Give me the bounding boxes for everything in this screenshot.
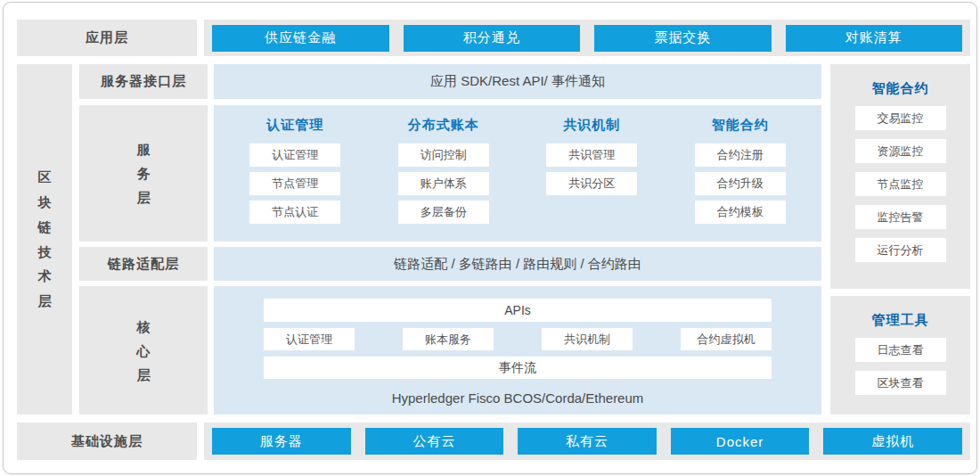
app-button-bill-exchange: 票据交换	[594, 25, 772, 52]
service-group-title: 分布式账本	[408, 117, 479, 134]
blockchain-tech-layer-label: 区块链技术层	[17, 64, 72, 414]
app-button-supply-chain-finance: 供应链金融	[212, 25, 389, 52]
service-group-ledger: 分布式账本 访问控制 账户体系 多层备份	[370, 117, 519, 242]
adapter-layer-content: 链路适配 / 多链路由 / 路由规则 / 合约路由	[214, 247, 821, 281]
service-group-auth: 认证管理 认证管理 节点管理 节点认证	[221, 117, 370, 242]
service-layer-label: 服务层	[79, 105, 208, 242]
infrastructure-layer-label: 基础设施层	[17, 423, 197, 460]
infra-button-private-cloud: 私有云	[518, 428, 657, 455]
service-item: 账户体系	[398, 172, 489, 195]
infra-button-server: 服务器	[212, 428, 351, 455]
management-tools-panel: 管理工具 日志查看 区块查看	[830, 296, 970, 414]
core-module: 认证管理	[264, 328, 355, 350]
service-item: 共识管理	[546, 144, 637, 167]
service-layer-panel: 认证管理 认证管理 节点管理 节点认证 分布式账本 访问控制 账户体系 多层备份…	[214, 105, 821, 242]
service-group-title: 认证管理	[266, 117, 323, 134]
app-button-points-exchange: 积分通兑	[404, 25, 581, 52]
monitoring-item: 监控告警	[855, 205, 946, 229]
sublayer-label-column: 服务器接口层 服务层 链路适配层 核心层	[79, 64, 208, 414]
core-apis-bar: APIs	[264, 299, 772, 322]
diagram-content: 应用层 供应链金融 积分通兑 票据交换 对账清算 区块链技术层 服务器接口层 服…	[17, 20, 970, 460]
core-module: 账本服务	[403, 328, 494, 350]
service-item: 节点认证	[249, 201, 340, 224]
service-item: 节点管理	[249, 172, 340, 195]
service-group-smart-contract: 智能合约 合约注册 合约升级 合约模板	[666, 117, 815, 242]
service-item: 共识分区	[546, 172, 637, 195]
management-tools-title: 管理工具	[830, 312, 970, 329]
monitoring-panel-title: 智能合约	[830, 80, 970, 97]
monitoring-item: 运行分析	[855, 238, 946, 262]
core-modules-row: 认证管理 账本服务 共识机制 合约虚拟机	[264, 328, 772, 350]
infra-button-public-cloud: 公有云	[365, 428, 504, 455]
infra-button-vm: 虚拟机	[823, 428, 962, 455]
core-layer-label: 核心层	[79, 286, 208, 414]
monitoring-item: 节点监控	[855, 172, 946, 196]
sublayer-content-column: 应用 SDK/Rest API/ 事件通知 认证管理 认证管理 节点管理 节点认…	[214, 64, 821, 414]
infrastructure-layer-row: 基础设施层 服务器 公有云 私有云 Docker 虚拟机	[17, 423, 970, 460]
right-panel-column: 智能合约 交易监控 资源监控 节点监控 监控告警 运行分析 管理工具 日志查看 …	[830, 64, 970, 414]
management-tool-item: 区块查看	[855, 371, 946, 395]
service-item: 合约升级	[695, 172, 786, 195]
management-tool-item: 日志查看	[855, 338, 946, 362]
service-group-title: 智能合约	[712, 117, 769, 134]
core-platforms-text: Hyperledger Fisco BCOS/Corda/Ethereum	[264, 390, 772, 406]
service-item: 合约模板	[695, 201, 786, 224]
monitoring-item: 资源监控	[855, 139, 946, 163]
diagram-frame: 应用层 供应链金融 积分通兑 票据交换 对账清算 区块链技术层 服务器接口层 服…	[3, 2, 977, 474]
service-item: 认证管理	[249, 144, 340, 167]
monitoring-panel: 智能合约 交易监控 资源监控 节点监控 监控告警 运行分析	[830, 64, 970, 289]
adapter-layer-label: 链路适配层	[79, 247, 208, 281]
core-module: 共识机制	[542, 328, 633, 350]
service-group-title: 共识机制	[563, 117, 620, 134]
infra-button-docker: Docker	[671, 428, 810, 455]
service-item: 多层备份	[398, 201, 489, 224]
service-group-consensus: 共识机制 共识管理 共识分区	[518, 117, 666, 242]
app-button-reconciliation-clearing: 对账清算	[786, 25, 963, 52]
core-module: 合约虚拟机	[681, 328, 772, 350]
service-item: 访问控制	[398, 144, 489, 167]
blockchain-tech-layer: 区块链技术层 服务器接口层 服务层 链路适配层 核心层 应用 SDK/Rest …	[17, 64, 970, 414]
core-layer-panel: APIs 认证管理 账本服务 共识机制 合约虚拟机 事件流 Hyperledge…	[214, 286, 821, 414]
interface-layer-label: 服务器接口层	[79, 64, 208, 99]
application-button-strip: 供应链金融 积分通兑 票据交换 对账清算	[204, 20, 970, 56]
core-event-stream-bar: 事件流	[264, 357, 772, 379]
application-layer-label: 应用层	[17, 20, 197, 56]
service-item: 合约注册	[695, 144, 786, 167]
interface-layer-content: 应用 SDK/Rest API/ 事件通知	[214, 64, 821, 99]
application-layer-row: 应用层 供应链金融 积分通兑 票据交换 对账清算	[17, 20, 970, 56]
infrastructure-button-strip: 服务器 公有云 私有云 Docker 虚拟机	[204, 423, 970, 460]
monitoring-item: 交易监控	[855, 106, 946, 130]
